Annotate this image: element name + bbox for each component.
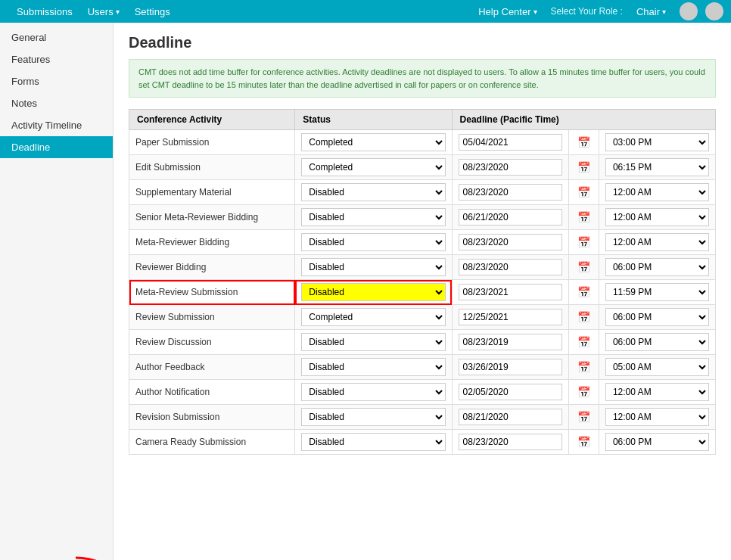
status-select[interactable]: CompletedDisabledActive [301,208,445,226]
time-select[interactable]: 12:00 AM03:00 PM06:15 PM06:00 PM11:59 PM… [605,183,709,201]
date-input[interactable] [459,284,562,300]
sidebar-item-features[interactable]: Features [0,48,113,70]
date-cell[interactable] [452,155,568,180]
date-cell[interactable] [452,430,568,455]
date-cell[interactable] [452,405,568,430]
calendar-icon[interactable]: 📅 [577,411,590,423]
date-cell[interactable] [452,355,568,380]
status-cell[interactable]: CompletedDisabledActive [295,380,452,405]
status-cell[interactable]: CompletedDisabledActive [295,280,452,305]
time-cell[interactable]: 06:00 PM12:00 AM03:00 PM06:15 PM11:59 PM… [599,430,715,455]
date-input[interactable] [459,134,562,151]
sidebar-item-deadline[interactable]: Deadline [0,136,113,158]
status-cell[interactable]: CompletedDisabledActive [295,205,452,230]
date-input[interactable] [459,234,562,250]
status-select[interactable]: CompletedDisabledActive [301,158,445,176]
time-select[interactable]: 12:00 AM03:00 PM06:15 PM06:00 PM11:59 PM… [605,233,709,251]
status-cell[interactable]: CompletedDisabledActive [295,430,452,455]
date-input[interactable] [459,409,562,425]
calendar-icon-cell[interactable]: 📅 [568,280,599,305]
date-input[interactable] [459,259,562,275]
status-cell[interactable]: CompletedDisabledActive [295,130,452,155]
sidebar-item-general[interactable]: General [0,26,113,48]
time-cell[interactable]: 12:00 AM03:00 PM06:15 PM06:00 PM11:59 PM… [599,180,715,205]
status-cell[interactable]: CompletedDisabledActive [295,180,452,205]
calendar-icon-cell[interactable]: 📅 [568,180,599,205]
status-select[interactable]: CompletedDisabledActive [301,383,445,401]
status-select[interactable]: CompletedDisabledActive [301,233,445,251]
time-cell[interactable]: 05:00 AM12:00 AM03:00 PM06:15 PM06:00 PM… [599,355,715,380]
calendar-icon[interactable]: 📅 [577,286,590,298]
time-cell[interactable]: 12:00 AM03:00 PM06:15 PM06:00 PM11:59 PM… [599,205,715,230]
time-select[interactable]: 12:00 AM03:00 PM06:15 PM06:00 PM11:59 PM… [605,408,709,426]
calendar-icon-cell[interactable]: 📅 [568,330,599,355]
status-cell[interactable]: CompletedDisabledActive [295,155,452,180]
sidebar-item-notes[interactable]: Notes [0,92,113,114]
date-input[interactable] [459,159,562,176]
sidebar-item-forms[interactable]: Forms [0,70,113,92]
time-cell[interactable]: 03:00 PM12:00 AM06:15 PM06:00 PM11:59 PM… [599,130,715,155]
time-select[interactable]: 12:00 AM03:00 PM06:15 PM06:00 PM11:59 PM… [605,383,709,401]
calendar-icon-cell[interactable]: 📅 [568,155,599,180]
date-cell[interactable] [452,180,568,205]
status-cell[interactable]: CompletedDisabledActive [295,355,452,380]
time-select[interactable]: 11:59 PM12:00 AM03:00 PM06:15 PM06:00 PM… [605,283,709,301]
calendar-icon[interactable]: 📅 [577,261,590,273]
date-input[interactable] [459,334,562,350]
status-select[interactable]: CompletedDisabledActive [301,408,445,426]
calendar-icon[interactable]: 📅 [577,236,590,248]
calendar-icon[interactable]: 📅 [577,186,590,198]
status-cell[interactable]: CompletedDisabledActive [295,230,452,255]
date-input[interactable] [459,184,562,201]
status-cell[interactable]: CompletedDisabledActive [295,330,452,355]
time-cell[interactable]: 12:00 AM03:00 PM06:15 PM06:00 PM11:59 PM… [599,380,715,405]
date-input[interactable] [459,309,562,325]
calendar-icon-cell[interactable]: 📅 [568,305,599,330]
time-select[interactable]: 12:00 AM03:00 PM06:15 PM06:00 PM11:59 PM… [605,208,709,226]
status-select[interactable]: CompletedDisabledActive [301,133,445,151]
time-cell[interactable]: 12:00 AM03:00 PM06:15 PM06:00 PM11:59 PM… [599,230,715,255]
calendar-icon[interactable]: 📅 [577,161,590,173]
date-input[interactable] [459,209,562,226]
calendar-icon-cell[interactable]: 📅 [568,205,599,230]
date-input[interactable] [459,384,562,400]
calendar-icon[interactable]: 📅 [577,436,590,448]
status-select[interactable]: CompletedDisabledActive [301,258,445,276]
date-cell[interactable] [452,280,568,305]
date-cell[interactable] [452,230,568,255]
time-cell[interactable]: 12:00 AM03:00 PM06:15 PM06:00 PM11:59 PM… [599,405,715,430]
time-cell[interactable]: 06:15 PM12:00 AM03:00 PM06:00 PM11:59 PM… [599,155,715,180]
calendar-icon[interactable]: 📅 [577,136,590,148]
time-select[interactable]: 06:00 PM12:00 AM03:00 PM06:15 PM11:59 PM… [605,308,709,326]
status-select[interactable]: CompletedDisabledActive [301,183,445,201]
date-input[interactable] [459,359,562,375]
sidebar-item-activity-timeline[interactable]: Activity Timeline [0,114,113,136]
status-select[interactable]: CompletedDisabledActive [301,333,445,351]
calendar-icon-cell[interactable]: 📅 [568,430,599,455]
time-cell[interactable]: 11:59 PM12:00 AM03:00 PM06:15 PM06:00 PM… [599,280,715,305]
help-center-dropdown[interactable]: Help Center ▾ [472,6,543,17]
calendar-icon-cell[interactable]: 📅 [568,380,599,405]
calendar-icon-cell[interactable]: 📅 [568,405,599,430]
date-input[interactable] [459,434,562,450]
role-dropdown[interactable]: Chair ▾ [630,6,672,17]
calendar-icon[interactable]: 📅 [577,386,590,398]
time-cell[interactable]: 06:00 PM12:00 AM03:00 PM06:15 PM11:59 PM… [599,255,715,280]
nav-settings[interactable]: Settings [126,0,179,23]
time-select[interactable]: 06:00 PM12:00 AM03:00 PM06:15 PM11:59 PM… [605,333,709,351]
status-select[interactable]: CompletedDisabledActive [301,283,445,301]
time-select[interactable]: 03:00 PM12:00 AM06:15 PM06:00 PM11:59 PM… [605,133,709,151]
time-select[interactable]: 05:00 AM12:00 AM03:00 PM06:15 PM06:00 PM… [605,358,709,376]
calendar-icon-cell[interactable]: 📅 [568,130,599,155]
calendar-icon-cell[interactable]: 📅 [568,230,599,255]
date-cell[interactable] [452,205,568,230]
date-cell[interactable] [452,130,568,155]
status-select[interactable]: CompletedDisabledActive [301,358,445,376]
time-select[interactable]: 06:15 PM12:00 AM03:00 PM06:00 PM11:59 PM… [605,158,709,176]
time-cell[interactable]: 06:00 PM12:00 AM03:00 PM06:15 PM11:59 PM… [599,305,715,330]
status-select[interactable]: CompletedDisabledActive [301,308,445,326]
date-cell[interactable] [452,380,568,405]
calendar-icon[interactable]: 📅 [577,361,590,373]
calendar-icon[interactable]: 📅 [577,336,590,348]
status-cell[interactable]: CompletedDisabledActive [295,305,452,330]
